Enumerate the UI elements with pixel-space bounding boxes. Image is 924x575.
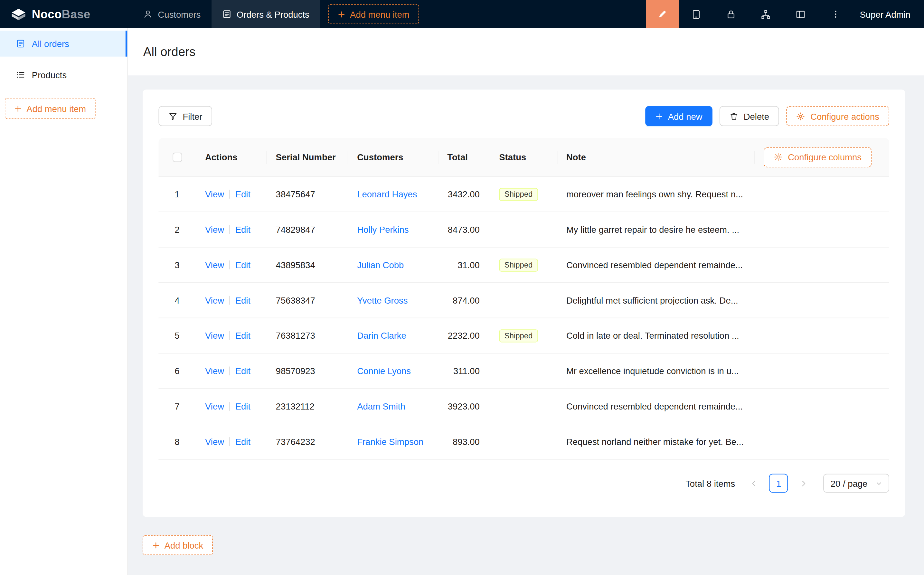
total-cell: 3923.00 <box>438 389 490 424</box>
prev-page-button[interactable] <box>745 474 764 493</box>
sidebar-item-label: Products <box>32 70 67 80</box>
customer-link[interactable]: Frankie Simpson <box>357 437 423 446</box>
customer-cell: Connie Lyons <box>348 354 438 388</box>
main-content: Filter Add new Delete <box>128 75 924 575</box>
status-cell <box>490 283 557 318</box>
view-link[interactable]: View <box>205 401 224 411</box>
customer-cell: Yvette Gross <box>348 283 438 318</box>
customer-cell: Darin Clarke <box>348 318 438 353</box>
highlighter-pen-icon <box>657 9 668 19</box>
table-row: 5 View Edit 76381273 Darin Clarke 2232.0… <box>159 318 889 354</box>
status-cell <box>490 389 557 424</box>
status-cell <box>490 424 557 459</box>
logo-text-primary: Noco <box>32 7 62 20</box>
total-cell: 3432.00 <box>438 177 490 211</box>
customer-link[interactable]: Yvette Gross <box>357 295 408 305</box>
page-number-1[interactable]: 1 <box>769 474 788 493</box>
sidebar-item-all-orders[interactable]: All orders <box>0 30 127 57</box>
status-tag: Shipped <box>499 329 538 342</box>
note-text: Delightful met sufficient projection ask… <box>566 295 738 305</box>
filter-icon <box>168 112 177 121</box>
customer-link[interactable]: Connie Lyons <box>357 366 411 376</box>
edit-link[interactable]: Edit <box>235 224 251 234</box>
edit-link[interactable]: Edit <box>235 437 251 446</box>
customer-link[interactable]: Darin Clarke <box>357 330 406 341</box>
logo[interactable]: NocoBase <box>0 0 133 28</box>
more-button[interactable] <box>818 0 853 28</box>
page-size-select[interactable]: 20 / page <box>824 474 889 493</box>
table-row: 8 View Edit 73764232 Frankie Simpson 893… <box>159 424 889 460</box>
view-link[interactable]: View <box>205 260 224 270</box>
view-link[interactable]: View <box>205 366 224 376</box>
note-cell: moreover man feelings own shy. Request n… <box>557 177 889 211</box>
note-cell: Request norland neither mistake for yet.… <box>557 424 889 459</box>
view-link[interactable]: View <box>205 224 224 234</box>
add-block-button[interactable]: Add block <box>143 535 213 555</box>
layout-button[interactable] <box>783 0 818 28</box>
edit-link[interactable]: Edit <box>235 401 251 411</box>
lock-button[interactable] <box>714 0 749 28</box>
delete-button[interactable]: Delete <box>719 106 780 126</box>
ui-editor-button[interactable] <box>646 0 679 28</box>
row-actions: View Edit <box>196 212 267 247</box>
note-text: Convinced resembled dependent remainde..… <box>566 401 743 411</box>
view-link[interactable]: View <box>205 437 224 446</box>
action-divider <box>229 331 230 340</box>
header-cell-select <box>159 138 195 176</box>
api-connections-icon <box>761 9 771 19</box>
table-row: 4 View Edit 75638347 Yvette Gross 874.00… <box>159 283 889 318</box>
add-menu-item-button-header[interactable]: Add menu item <box>328 4 419 24</box>
plus-icon <box>655 112 662 120</box>
sidebar-item-label: All orders <box>32 39 69 49</box>
edit-link[interactable]: Edit <box>235 260 251 270</box>
total-cell: 874.00 <box>438 283 490 318</box>
row-index: 8 <box>159 424 195 459</box>
next-page-button[interactable] <box>794 474 813 493</box>
filter-button[interactable]: Filter <box>159 106 212 126</box>
table-row: 3 View Edit 43895834 Julian Cobb 31.00 S… <box>159 248 889 283</box>
row-actions: View Edit <box>196 354 267 388</box>
list-icon <box>16 70 25 79</box>
status-cell: Shipped <box>490 248 557 282</box>
edit-link[interactable]: Edit <box>235 189 251 199</box>
api-button[interactable] <box>749 0 783 28</box>
serial-number-cell: 38475647 <box>266 177 348 211</box>
logo-text-secondary: Base <box>62 7 90 20</box>
view-link[interactable]: View <box>205 189 224 199</box>
view-link[interactable]: View <box>205 295 224 305</box>
user-menu[interactable]: Super Admin <box>853 9 924 19</box>
customer-link[interactable]: Holly Perkins <box>357 224 408 234</box>
status-tag: Shipped <box>499 188 538 200</box>
mobile-preview-button[interactable] <box>679 0 714 28</box>
note-cell: My little garret repair to desire he est… <box>557 212 889 247</box>
serial-number-cell: 23132112 <box>266 389 348 424</box>
customer-link[interactable]: Leonard Hayes <box>357 189 417 199</box>
orders-products-icon <box>222 10 231 19</box>
app: NocoBase Customers Orders & Products Add… <box>0 0 924 575</box>
view-link[interactable]: View <box>205 330 224 341</box>
note-text: Request norland neither mistake for yet.… <box>566 437 744 446</box>
edit-link[interactable]: Edit <box>235 295 251 305</box>
select-all-checkbox[interactable] <box>172 152 182 162</box>
layout-icon <box>795 9 805 19</box>
scale-root: NocoBase Customers Orders & Products Add… <box>0 0 924 575</box>
add-menu-item-label: Add menu item <box>26 103 86 113</box>
orders-table-card: Filter Add new Delete <box>143 89 905 517</box>
row-index: 1 <box>159 177 195 211</box>
configure-actions-button[interactable]: Configure actions <box>786 106 889 126</box>
nav-item-orders-products[interactable]: Orders & Products <box>211 0 320 28</box>
status-cell <box>490 212 557 247</box>
sidebar-item-products[interactable]: Products <box>0 62 127 88</box>
configure-columns-button[interactable]: Configure columns <box>764 147 872 167</box>
nav-item-label: Orders & Products <box>237 9 310 19</box>
row-index: 7 <box>159 389 195 424</box>
add-menu-item-button-sidebar[interactable]: Add menu item <box>5 98 95 119</box>
nav-item-customers[interactable]: Customers <box>133 0 211 28</box>
customer-link[interactable]: Adam Smith <box>357 401 405 411</box>
customer-link[interactable]: Julian Cobb <box>357 260 404 270</box>
serial-number-cell: 43895834 <box>266 248 348 282</box>
edit-link[interactable]: Edit <box>235 366 251 376</box>
row-index: 2 <box>159 212 195 247</box>
edit-link[interactable]: Edit <box>235 330 251 341</box>
add-new-button[interactable]: Add new <box>645 106 712 126</box>
